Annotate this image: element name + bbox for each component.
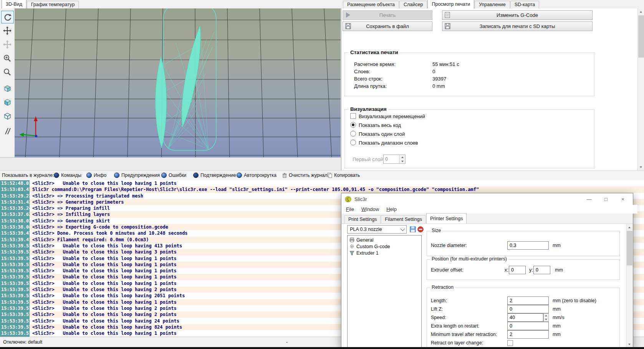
nozzle-diameter-input[interactable] [507, 241, 549, 250]
3d-viewport[interactable] [15, 8, 341, 158]
log-message: <Slic3r> Unable to close this loop havin… [30, 180, 644, 186]
field-label: Lift Z: [431, 306, 443, 312]
maximize-button[interactable]: □ [598, 193, 614, 205]
settings-section-list[interactable]: GeneralCustom G-codeExtruder 1 [347, 235, 422, 347]
field-input[interactable] [507, 313, 543, 322]
scrollbar-thumb[interactable] [627, 231, 632, 265]
radio-Показать диапазон слоев[interactable]: Показать диапазон слоев [350, 140, 418, 146]
spinner-down-button[interactable] [544, 318, 548, 321]
radio-icon[interactable] [350, 140, 356, 145]
rotate-view-button[interactable] [1, 11, 14, 23]
spinner-down-button[interactable] [399, 159, 405, 163]
splitter-band[interactable] [0, 157, 341, 171]
log-toggle-Команды[interactable]: Команды [54, 171, 81, 180]
log-timestamp: 15:53:03.470 [0, 186, 30, 193]
extruder-offset-y-input[interactable] [533, 266, 550, 274]
section-General[interactable]: General [348, 237, 421, 243]
log-toggle-Предупреждения[interactable]: Предупреждения [114, 171, 160, 180]
section-Extruder 1[interactable]: Extruder 1 [348, 250, 421, 256]
tab-SD-карта[interactable]: SD-карта [510, 1, 539, 8]
edit-gcode-button[interactable]: Изменить G-Code [442, 10, 593, 20]
dialog-tab-Printer Settings[interactable]: Printer Settings [426, 213, 467, 224]
model-leaf-left [156, 57, 167, 148]
dialog-content: PLA 0.3 nozzle GeneralCustom G-codeExtru… [341, 224, 633, 347]
log-toggle-Ошибки[interactable]: Ошибки [161, 171, 186, 180]
dialog-titlebar[interactable]: Slic3r — □ × [341, 193, 633, 205]
unit-label: mm (zero to disable) [553, 298, 596, 303]
field-label: Speed: [431, 315, 446, 320]
right-panel-scrollbar[interactable] [637, 8, 644, 170]
radio-icon[interactable] [350, 122, 356, 128]
radio-icon[interactable] [350, 131, 356, 137]
field-input[interactable] [507, 305, 549, 313]
printer-icon [349, 237, 354, 242]
spinner-up-button[interactable] [544, 314, 548, 318]
radio-Показать весь код[interactable]: Показать весь код [350, 122, 401, 128]
show-travel-checkbox[interactable]: Визуализация перемещений [350, 113, 425, 119]
zoom-fit-button[interactable] [1, 66, 13, 78]
tab-Размещение объекта[interactable]: Размещение объекта [343, 1, 399, 8]
copy-icon [327, 173, 332, 178]
extruder-offset-x-input[interactable] [509, 266, 526, 274]
dialog-tab-Filament Settings[interactable]: Filament Settings [381, 215, 426, 224]
isometric-view-button[interactable] [1, 82, 13, 94]
menu-help[interactable]: Help [386, 206, 397, 212]
right-panel-tabs: Размещение объектаСлайсерПросмотр печати… [343, 0, 540, 8]
section-Custom G-code[interactable]: Custom G-code [348, 243, 421, 250]
spinner-up-button[interactable] [399, 155, 405, 159]
close-button[interactable]: × [614, 193, 631, 205]
move-view-button[interactable] [1, 25, 13, 36]
save-to-sd-button[interactable]: Записать для печати с SD карты [442, 21, 593, 31]
field-input[interactable] [507, 322, 549, 330]
log-toggle-Автопрокрутка[interactable]: Автопрокрутка [237, 171, 276, 180]
tab-Просмотр печати[interactable]: Просмотр печати [427, 0, 474, 8]
move-object-button[interactable] [1, 38, 13, 50]
save-preset-button[interactable] [409, 226, 416, 233]
retraction-row: Extra length on restart:mm [427, 322, 619, 330]
save-to-file-button[interactable]: Сохранить в файл [343, 21, 432, 31]
scroll-up-button[interactable] [638, 8, 644, 15]
front-view-button[interactable] [1, 96, 13, 108]
log-timestamp: 15:53:39.572 [0, 330, 30, 336]
viewport-toolbar [0, 8, 15, 157]
first-layer-spinner[interactable] [383, 155, 406, 164]
field-label: Length: [431, 298, 447, 303]
retract-layer-checkbox[interactable] [507, 340, 513, 346]
delete-preset-button[interactable] [417, 226, 424, 233]
tab-3D-Вид[interactable]: 3D-Вид [2, 0, 26, 8]
retraction-row: Lift Z:mm [427, 305, 619, 313]
zoom-in-button[interactable] [1, 52, 13, 64]
minimize-button[interactable]: — [581, 193, 598, 205]
dialog-tab-Print Settings[interactable]: Print Settings [344, 215, 381, 224]
tab-Управление[interactable]: Управление [475, 1, 510, 8]
stat-label: Длина прутка: [354, 83, 387, 89]
toggle-label: Подтверждение [200, 173, 236, 178]
field-input[interactable] [507, 330, 549, 339]
radio-Показать один слой[interactable]: Показать один слой [350, 131, 405, 137]
menu-window[interactable]: Window [361, 206, 379, 212]
log-toggle-Инфо[interactable]: Инфо [86, 171, 106, 180]
field-label: Extra length on restart: [431, 323, 479, 329]
top-view-button[interactable] [1, 110, 13, 122]
print-button[interactable]: Печать [343, 10, 432, 20]
group-title: Position (for multi-extruder printers) [430, 256, 508, 262]
tab-График температур[interactable]: График температур [27, 1, 79, 8]
scroll-up-button[interactable] [626, 224, 632, 230]
clear-log-button[interactable]: Очистить журнал [282, 171, 328, 180]
log-message: Slic3r command:D:\Program Files\Repetier… [30, 186, 644, 193]
first-layer-input[interactable] [384, 155, 399, 163]
scroll-down-button[interactable] [638, 164, 644, 170]
field-spinner[interactable] [543, 313, 549, 322]
preset-combobox[interactable]: PLA 0.3 nozzle [347, 225, 407, 234]
scrollbar-thumb[interactable] [638, 15, 644, 58]
scroll-down-button[interactable] [626, 341, 632, 347]
dialog-scrollbar[interactable] [626, 224, 633, 347]
log-row: 15:53:03.470Slic3r command:D:\Program Fi… [0, 186, 644, 193]
menu-file[interactable]: File [346, 206, 354, 212]
parallel-projection-button[interactable] [1, 125, 13, 137]
log-toggle-Подтверждение[interactable]: Подтверждение [193, 171, 236, 180]
checkbox-icon[interactable] [350, 113, 356, 119]
copy-log-button[interactable]: Копировать [327, 171, 360, 180]
field-input[interactable] [507, 296, 549, 305]
tab-Слайсер[interactable]: Слайсер [399, 1, 427, 8]
